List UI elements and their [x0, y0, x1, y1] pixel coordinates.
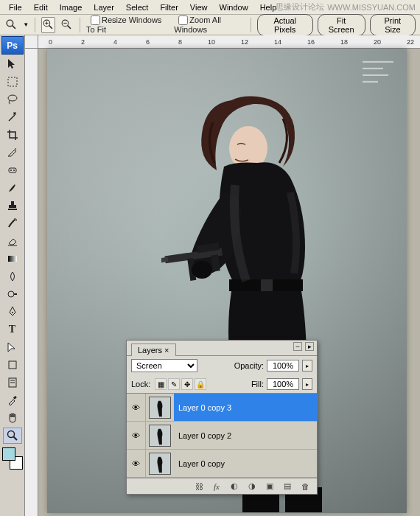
svg-line-26	[13, 437, 17, 441]
fg-color-swatch[interactable]	[2, 447, 15, 461]
lock-pixels-icon[interactable]: ✎	[168, 378, 180, 390]
opacity-label: Opacity:	[234, 361, 264, 370]
pen-tool-icon[interactable]	[3, 304, 22, 320]
blur-tool-icon[interactable]	[3, 268, 22, 285]
zoom-out-icon[interactable]	[60, 17, 74, 33]
canvas-area: 0 2 4 6 8 10 12 14 16 18 20 22 ▬▬▬▬▬▬▬▬▬…	[25, 35, 420, 516]
lock-transparency-icon[interactable]: ▦	[155, 378, 167, 390]
zoom-tool-icon[interactable]	[4, 17, 18, 33]
layer-row[interactable]: 👁 Layer 0 copy 3	[127, 394, 317, 422]
tool-dropdown-icon[interactable]: ▼	[23, 21, 29, 28]
type-tool-icon[interactable]: T	[3, 321, 22, 338]
zoom-in-icon[interactable]	[41, 17, 55, 33]
eraser-tool-icon[interactable]	[3, 233, 22, 249]
notes-tool-icon[interactable]	[3, 374, 22, 391]
menu-layer[interactable]: Layer	[88, 1, 120, 13]
zoom-all-checkbox[interactable]: Zoom All Windows	[174, 15, 245, 35]
move-tool-icon[interactable]	[3, 56, 22, 72]
layer-thumbnail[interactable]	[149, 453, 171, 475]
fill-input[interactable]	[267, 378, 299, 390]
layers-footer: ⛓ fx ◐ ◑ ▣ ▤ 🗑	[127, 478, 317, 494]
fill-arrow-icon[interactable]: ▸	[302, 378, 312, 390]
layers-list: 👁 Layer 0 copy 3 👁 Layer 0 copy 2 👁	[127, 393, 317, 478]
svg-point-25	[7, 431, 14, 438]
zoom-tool-icon[interactable]	[3, 428, 22, 444]
layer-row[interactable]: 👁 Layer 0 copy	[127, 450, 317, 478]
delete-layer-icon[interactable]: 🗑	[299, 481, 311, 492]
layers-panel[interactable]: Layers × – ▸ Screen Opacity: ▸	[126, 340, 318, 495]
svg-point-17	[8, 291, 14, 297]
new-layer-icon[interactable]: ▤	[281, 481, 293, 492]
document-canvas[interactable]: ▬▬▬▬▬▬▬▬▬▬▬▬▬▬▬▬▬▬	[47, 49, 407, 513]
opacity-arrow-icon[interactable]: ▸	[302, 360, 312, 372]
blend-mode-select[interactable]: Screen	[131, 359, 197, 372]
shape-tool-icon[interactable]	[3, 357, 22, 373]
path-tool-icon[interactable]	[3, 339, 22, 355]
crop-tool-icon[interactable]	[3, 127, 22, 143]
gradient-tool-icon[interactable]	[3, 251, 22, 267]
lasso-tool-icon[interactable]	[3, 91, 22, 108]
menu-view[interactable]: View	[184, 1, 214, 13]
adjustment-layer-icon[interactable]: ◑	[246, 481, 258, 492]
visibility-toggle-icon[interactable]: 👁	[127, 422, 146, 449]
options-bar: ▼ Resize Windows To Fit Zoom All Windows…	[0, 15, 420, 35]
ruler-vertical[interactable]	[25, 49, 38, 516]
svg-point-13	[10, 170, 12, 171]
heal-tool-icon[interactable]	[3, 162, 22, 178]
svg-point-10	[8, 95, 17, 101]
resize-windows-checkbox[interactable]: Resize Windows To Fit	[86, 15, 169, 35]
svg-point-14	[13, 170, 15, 171]
lock-label: Lock:	[131, 380, 150, 388]
menu-window[interactable]: Window	[214, 1, 254, 13]
svg-rect-16	[8, 256, 17, 262]
svg-rect-9	[8, 77, 17, 86]
svg-rect-29	[261, 279, 273, 291]
layers-tab[interactable]: Layers ×	[131, 344, 176, 356]
layer-name[interactable]: Layer 0 copy	[178, 459, 225, 468]
watermark: 思缘设计论坛WWW.MISSYUAN.COM	[276, 1, 416, 13]
color-swatches[interactable]	[2, 447, 23, 470]
layer-thumbnail[interactable]	[149, 425, 171, 447]
print-size-button[interactable]: Print Size	[370, 14, 416, 36]
layer-row[interactable]: 👁 Layer 0 copy 2	[127, 422, 317, 450]
svg-rect-12	[9, 168, 16, 172]
marquee-tool-icon[interactable]	[3, 74, 22, 90]
layer-name[interactable]: Layer 0 copy 2	[178, 431, 231, 440]
group-icon[interactable]: ▣	[264, 481, 276, 492]
dodge-tool-icon[interactable]	[3, 286, 22, 302]
visibility-toggle-icon[interactable]: 👁	[127, 450, 146, 477]
layer-mask-icon[interactable]: ◐	[228, 481, 240, 492]
svg-rect-20	[9, 361, 16, 369]
menu-edit[interactable]: Edit	[28, 1, 54, 13]
ps-logo-icon: Ps	[1, 36, 24, 55]
hand-tool-icon[interactable]	[3, 410, 22, 426]
wand-tool-icon[interactable]	[3, 109, 22, 125]
brush-tool-icon[interactable]	[3, 180, 22, 196]
stamp-tool-icon[interactable]	[3, 198, 22, 214]
menu-image[interactable]: Image	[54, 1, 88, 13]
svg-line-1	[13, 26, 15, 29]
slice-tool-icon[interactable]	[3, 144, 22, 161]
layer-name[interactable]: Layer 0 copy 3	[178, 403, 231, 412]
fit-screen-button[interactable]: Fit Screen	[318, 14, 365, 36]
ruler-corner	[25, 35, 38, 49]
fill-label: Fill:	[251, 380, 264, 388]
lock-position-icon[interactable]: ✥	[181, 378, 193, 390]
svg-line-3	[49, 26, 52, 29]
eyedropper-tool-icon[interactable]	[3, 392, 22, 408]
visibility-toggle-icon[interactable]: 👁	[127, 394, 146, 421]
history-brush-icon[interactable]	[3, 215, 22, 231]
menu-select[interactable]: Select	[120, 1, 155, 13]
svg-point-19	[12, 312, 13, 313]
ruler-horizontal[interactable]: 0 2 4 6 8 10 12 14 16 18 20 22	[38, 35, 420, 49]
layer-fx-icon[interactable]: fx	[211, 481, 223, 492]
menu-file[interactable]: File	[3, 1, 28, 13]
opacity-input[interactable]	[267, 360, 299, 372]
panel-menu-icon[interactable]: ▸	[305, 342, 314, 351]
actual-pixels-button[interactable]: Actual Pixels	[257, 14, 313, 36]
layer-thumbnail[interactable]	[149, 397, 171, 419]
panel-minimize-icon[interactable]: –	[293, 342, 302, 351]
link-layers-icon[interactable]: ⛓	[193, 481, 205, 492]
menu-filter[interactable]: Filter	[154, 1, 183, 13]
lock-all-icon[interactable]: 🔒	[195, 378, 206, 390]
